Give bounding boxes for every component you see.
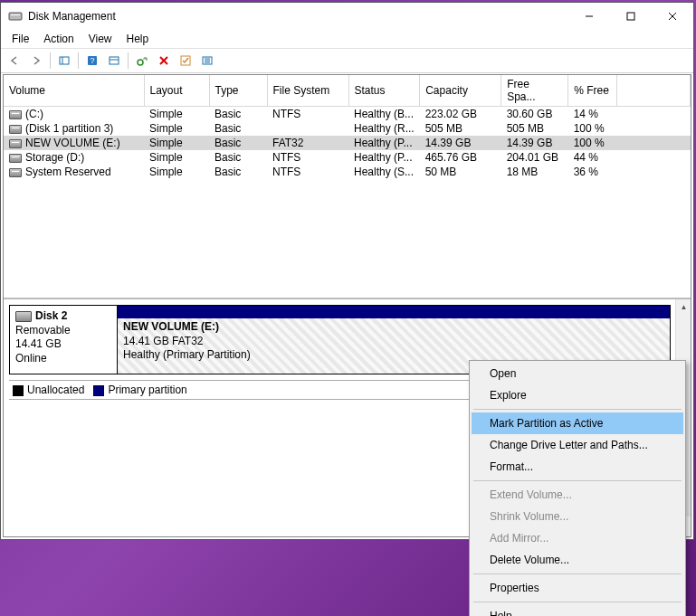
col-pctfree[interactable]: % Free [568, 75, 617, 107]
menu-file[interactable]: File [5, 31, 36, 47]
refresh-button[interactable] [132, 51, 152, 71]
cm-separator [473, 409, 682, 410]
menu-help[interactable]: Help [119, 31, 157, 47]
cm-change-letter[interactable]: Change Drive Letter and Paths... [472, 434, 683, 456]
col-spacer [617, 75, 691, 107]
cm-separator [473, 480, 682, 481]
close-button[interactable] [652, 3, 693, 30]
forward-button[interactable] [26, 51, 46, 71]
cm-explore[interactable]: Explore [472, 384, 683, 406]
context-menu: Open Explore Mark Partition as Active Ch… [469, 360, 686, 616]
minimize-button[interactable] [568, 3, 610, 30]
menubar: File Action View Help [1, 30, 693, 48]
svg-rect-0 [9, 13, 22, 20]
col-layout[interactable]: Layout [144, 75, 209, 107]
titlebar[interactable]: Disk Management [1, 3, 693, 30]
help-button[interactable]: ? [82, 51, 102, 71]
volume-icon [9, 154, 22, 163]
table-row[interactable]: (C:)SimpleBasicNTFSHealthy (B...223.02 G… [4, 107, 691, 122]
cm-format[interactable]: Format... [472, 456, 683, 478]
svg-rect-6 [60, 57, 69, 64]
table-header-row: Volume Layout Type File System Status Ca… [4, 75, 691, 107]
cm-separator [473, 573, 682, 574]
menu-view[interactable]: View [81, 31, 119, 47]
disk-media: Removable [15, 324, 111, 338]
check-button[interactable] [176, 51, 195, 71]
cm-add-mirror: Add Mirror... [472, 527, 683, 549]
delete-button[interactable] [154, 51, 174, 71]
cm-shrink: Shrink Volume... [472, 506, 683, 527]
menu-action[interactable]: Action [36, 31, 81, 47]
svg-rect-3 [627, 13, 634, 20]
col-type[interactable]: Type [209, 75, 267, 107]
disk-size: 14.41 GB [15, 337, 111, 352]
table-row[interactable]: Storage (D:)SimpleBasicNTFSHealthy (P...… [4, 150, 691, 165]
col-volume[interactable]: Volume [4, 75, 144, 107]
col-capacity[interactable]: Capacity [420, 75, 501, 107]
svg-rect-1 [11, 14, 20, 15]
properties-button[interactable] [104, 51, 124, 71]
svg-text:?: ? [90, 56, 94, 65]
table-row[interactable]: (Disk 1 partition 3)SimpleBasicHealthy (… [4, 121, 691, 136]
volume-icon [9, 139, 22, 148]
table-row[interactable]: NEW VOLUME (E:)SimpleBasicFAT32Healthy (… [4, 136, 691, 150]
cm-mark-active[interactable]: Mark Partition as Active [472, 412, 683, 434]
col-filesystem[interactable]: File System [267, 75, 348, 107]
list-button[interactable] [197, 51, 217, 71]
cm-help[interactable]: Help [472, 605, 683, 616]
legend-primary: Primary partition [108, 384, 186, 396]
table-row[interactable]: System ReservedSimpleBasicNTFSHealthy (S… [4, 165, 691, 179]
window-title: Disk Management [28, 10, 568, 23]
legend-unallocated: Unallocated [27, 384, 84, 396]
back-button[interactable] [5, 51, 24, 71]
disk-info[interactable]: Disk 2 Removable 14.41 GB Online [10, 306, 117, 374]
show-hide-tree-button[interactable] [54, 51, 74, 71]
toolbar: ? [1, 48, 693, 73]
cm-open[interactable]: Open [472, 363, 683, 384]
col-free[interactable]: Free Spa... [501, 75, 568, 107]
volume-icon [9, 168, 22, 177]
svg-rect-10 [110, 57, 119, 64]
partition-header-bar [118, 306, 670, 318]
legend-swatch-primary [93, 385, 104, 396]
disk-name: Disk 2 [35, 309, 67, 322]
maximize-button[interactable] [610, 3, 652, 30]
col-status[interactable]: Status [348, 75, 420, 107]
partition-detail: 14.41 GB FAT32 [123, 335, 664, 349]
svg-point-12 [138, 60, 143, 65]
cm-delete[interactable]: Delete Volume... [472, 549, 683, 571]
partition-label: NEW VOLUME (E:) [123, 320, 664, 335]
cm-separator [473, 602, 682, 602]
volume-icon [9, 125, 22, 134]
legend-swatch-unallocated [13, 385, 24, 396]
app-icon [8, 9, 23, 24]
volume-list-pane[interactable]: Volume Layout Type File System Status Ca… [4, 75, 691, 299]
volume-table: Volume Layout Type File System Status Ca… [4, 75, 691, 179]
cm-properties[interactable]: Properties [472, 577, 683, 599]
disk-state: Online [15, 352, 111, 366]
disk-icon [15, 311, 32, 322]
cm-extend: Extend Volume... [472, 484, 683, 506]
scroll-up-icon[interactable]: ▲ [676, 299, 691, 315]
volume-icon [9, 110, 22, 119]
